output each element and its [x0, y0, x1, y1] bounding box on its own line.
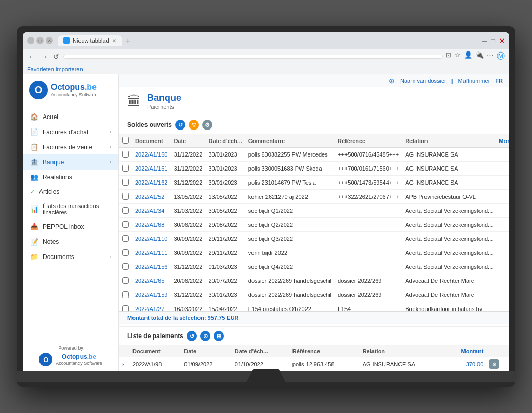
expand-icon[interactable]: › [119, 357, 129, 371]
row-relation: Advocaat De Rechter Marc [402, 274, 496, 288]
row-checkbox[interactable] [122, 179, 129, 186]
reload-button[interactable]: ↺ [52, 53, 60, 61]
row-date: 31/12/2022 [170, 162, 205, 176]
close-icon[interactable]: ✕ [499, 37, 505, 45]
refresh-button[interactable]: ↺ [175, 120, 185, 130]
row-checkbox-cell[interactable] [119, 246, 132, 260]
bookmark-icon[interactable]: ☆ [455, 51, 461, 62]
row-checkbox-cell[interactable] [119, 260, 132, 274]
select-all-header[interactable] [119, 134, 132, 148]
row-echeance: 29/11/2022 [205, 246, 245, 260]
notes-icon: 📝 [30, 238, 38, 246]
row-checkbox-cell[interactable] [119, 302, 132, 312]
menu-icon[interactable]: ⋯ [487, 51, 494, 62]
sidebar-item-acuel[interactable]: 🏠 Acuel [23, 109, 118, 124]
sidebar-item-label: États des transactions finacières [43, 203, 111, 215]
logo-brand: Octopus.be [51, 83, 98, 92]
soldes-table-header-row: Document Date Date d'éch... Commentaire … [119, 134, 509, 148]
maitnummer[interactable]: Maîtnummer [458, 78, 490, 84]
footer-logo-text: Octopus.be Accountancy Software [56, 353, 102, 366]
sidebar-item-factures-vente[interactable]: 📋 Factures de vente › [23, 139, 118, 154]
payment-row[interactable]: › 2022/A1/98 01/09/2022 01/10/2022 polis… [119, 357, 509, 371]
bank-icon: 🏦 [30, 158, 38, 166]
pay-settings-btn[interactable]: ⚙ [489, 359, 499, 369]
row-checkbox-cell[interactable] [119, 274, 132, 288]
favorites-label[interactable]: Favorieten importeren [27, 66, 83, 72]
soldes-table: Document Date Date d'éch... Commentaire … [119, 134, 509, 311]
top-bar: ⊕ Naam van dossier | Maîtnummer FR [119, 74, 509, 87]
extensions-icon[interactable]: 🔌 [475, 51, 484, 62]
row-checkbox[interactable] [122, 151, 129, 158]
row-reference: +++322/2621/27067+++ [335, 190, 402, 204]
inbox-icon: 📥 [30, 223, 38, 230]
sidebar-item-relations[interactable]: 👥 Realations [23, 170, 118, 185]
tab-bar: Nieuw tabblad ✕ + [58, 35, 479, 46]
lang-selector[interactable]: FR [495, 78, 503, 84]
row-relation: Acerta Sociaal Verzekeringsfond... [402, 260, 496, 274]
row-document: 2022/A1/27 [132, 302, 170, 312]
sidebar-item-articles[interactable]: ✓ Articles [23, 185, 118, 199]
row-checkbox[interactable] [122, 277, 129, 284]
payments-export-button[interactable]: ⊙ [200, 331, 210, 341]
row-echeance: 30/05/2022 [205, 204, 245, 218]
row-checkbox[interactable] [122, 263, 129, 270]
soldes-table-container[interactable]: Document Date Date d'éch... Commentaire … [119, 134, 509, 311]
minimize-icon[interactable]: ─ [482, 37, 487, 45]
sidebar-item-notes[interactable]: 📝 Notes [23, 234, 118, 249]
row-checkbox[interactable] [122, 165, 129, 172]
sidebar-item-peppol[interactable]: 📥 PEPPOL inbox [23, 219, 118, 234]
row-checkbox[interactable] [122, 207, 129, 214]
row-relation: Acerta Sociaal Verzekeringsfond... [402, 246, 496, 260]
row-echeance: 01/03/2023 [205, 260, 245, 274]
row-checkbox-cell[interactable] [119, 162, 132, 176]
row-checkbox[interactable] [122, 305, 129, 312]
row-date: 16/03/2022 [170, 302, 205, 312]
active-tab[interactable]: Nieuw tabblad ✕ [58, 35, 122, 46]
naam-van-dossier[interactable]: Naam van dossier [400, 78, 446, 84]
filter-button[interactable]: ▽ [189, 120, 199, 130]
row-checkbox-cell[interactable] [119, 218, 132, 232]
row-checkbox-cell[interactable] [119, 204, 132, 218]
row-document: 2022/A1/110 [132, 232, 170, 246]
row-checkbox[interactable] [122, 235, 129, 242]
forward-button[interactable]: → [39, 53, 49, 61]
window-controls[interactable]: ─ □ ✕ [27, 37, 53, 44]
sidebar-item-factures-achat[interactable]: 📄 Factures d'achat › [23, 124, 118, 139]
table-row: 2022/A1/65 20/06/2022 20/07/2022 dossier… [119, 274, 509, 288]
sidebar-item-label: Notes [43, 238, 59, 246]
row-document: 2022/A1/52 [132, 190, 170, 204]
select-all-checkbox[interactable] [122, 137, 129, 144]
sidebar-item-etats[interactable]: 📊 États des transactions finacières [23, 199, 118, 219]
tab-close-icon[interactable]: ✕ [112, 38, 116, 44]
sidebar-item-banque[interactable]: 🏦 Banque › [23, 154, 118, 170]
row-checkbox[interactable] [122, 193, 129, 200]
row-checkbox-cell[interactable] [119, 148, 132, 162]
url-input[interactable] [63, 55, 443, 59]
table-row: 2022/A1/161 31/12/2022 30/01/2023 polis … [119, 162, 509, 176]
row-checkbox-cell[interactable] [119, 176, 132, 190]
minimize-btn[interactable]: ─ [27, 37, 34, 44]
sidebar-item-documents[interactable]: 📁 Documents › [23, 249, 118, 264]
cast-icon[interactable]: ⊡ [446, 51, 451, 62]
row-reference: +++500/0716/45485+++ [335, 148, 402, 162]
settings-button[interactable]: ⚙ [202, 120, 212, 130]
row-checkbox-cell[interactable] [119, 232, 132, 246]
maximize-btn[interactable]: □ [36, 37, 44, 44]
back-button[interactable]: ← [27, 53, 36, 61]
close-btn[interactable]: ✕ [46, 37, 53, 44]
footer-tagline: Accountancy Software [56, 360, 102, 366]
row-checkbox[interactable] [122, 249, 129, 256]
col-expand [119, 345, 129, 357]
payments-add-button[interactable]: ⊞ [214, 331, 224, 341]
row-checkbox[interactable] [122, 291, 129, 298]
row-checkbox[interactable] [122, 221, 129, 228]
new-tab-button[interactable]: + [123, 36, 134, 46]
restore-icon[interactable]: □ [491, 37, 495, 45]
back-nav-icon[interactable]: ⊕ [389, 76, 395, 85]
row-checkbox-cell[interactable] [119, 288, 132, 302]
sidebar-item-label: Factures de vente [43, 144, 92, 151]
row-checkbox-cell[interactable] [119, 190, 132, 204]
invoice-sell-icon: 📋 [30, 143, 38, 151]
profile-icon[interactable]: 👤 [464, 51, 472, 62]
payments-refresh-button[interactable]: ↺ [187, 331, 197, 341]
